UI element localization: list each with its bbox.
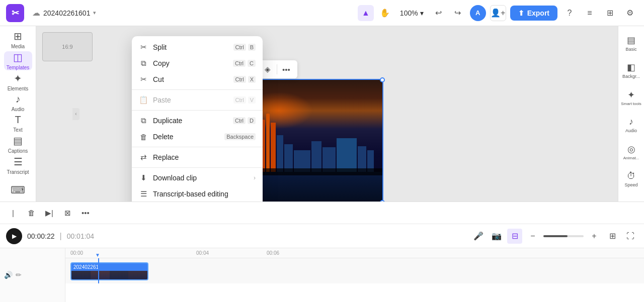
zoom-out-button[interactable]: −: [525, 229, 540, 244]
rs-item-label: Animat...: [623, 156, 639, 160]
menu-item-label: Download clip: [153, 174, 249, 182]
menu-item-duplicate[interactable]: ⧉ Duplicate CtrlD: [132, 113, 263, 129]
sidebar-item-templates[interactable]: ◫ Templates: [4, 51, 32, 70]
playhead[interactable]: [98, 258, 99, 283]
filter-button[interactable]: ◈: [261, 62, 275, 76]
delete-timeline-button[interactable]: 🗑: [24, 206, 38, 220]
resize-handle-tr[interactable]: [380, 77, 385, 82]
rs-item-basic[interactable]: ▤ Basic: [620, 30, 642, 56]
rs-item-audio[interactable]: ♪ Audio: [620, 112, 642, 138]
timeline: 🔊 ✏ 00:00 00:04 00:06 202402261: [0, 248, 644, 302]
audio-track-button[interactable]: ⊟: [507, 229, 522, 244]
transitions-button[interactable]: ▶|: [42, 206, 56, 220]
current-time: 00:00:22: [27, 232, 55, 240]
shortcut-split: CtrlB: [233, 44, 256, 51]
collapse-sidebar-button[interactable]: ‹: [72, 108, 79, 120]
rs-item-smart-tools[interactable]: ✦ Smart tools: [620, 84, 642, 111]
basic-icon: ▤: [627, 35, 635, 46]
camera-button[interactable]: 📷: [489, 229, 504, 244]
delete-icon: 🗑: [139, 132, 148, 141]
menu-item-download-clip[interactable]: ⬇ Download clip ›: [132, 170, 263, 186]
paste-icon: 📋: [139, 95, 148, 105]
canvas-area: 16:9 ⊡ ⧈ ⊠ ◈ •••: [36, 26, 618, 202]
sidebar-item-label: Audio: [12, 107, 25, 112]
zoom-slider[interactable]: [543, 235, 584, 237]
export-button[interactable]: ⬆ Export: [510, 6, 557, 21]
keyboard-button[interactable]: ⌨: [4, 177, 32, 202]
menu-divider: [132, 89, 263, 90]
sidebar-item-label: Templates: [7, 65, 30, 70]
help-button[interactable]: ?: [561, 5, 578, 21]
sidebar-item-elements[interactable]: ✦ Elements: [4, 72, 32, 91]
mic-button[interactable]: 🎤: [471, 229, 486, 244]
settings-button[interactable]: ⚙: [622, 5, 638, 21]
transcript-icon: ☰: [14, 156, 23, 168]
time-mark-4: 00:04: [196, 250, 209, 256]
timeline-ruler: 00:00 00:04 00:06: [65, 248, 644, 258]
menu-item-label: Transcript-based editing: [153, 190, 256, 198]
sidebar-item-media[interactable]: ⊞ Media: [4, 30, 32, 49]
rs-item-label: Audio: [625, 128, 637, 133]
shortcut-cut: CtrlX: [233, 76, 256, 83]
sidebar-item-captions[interactable]: ▤ Captions: [4, 135, 32, 154]
rs-item-speed[interactable]: ⏱ Speed: [620, 166, 642, 192]
resize-handle-br[interactable]: [380, 200, 385, 202]
menu-item-split[interactable]: ✂ Split CtrlB: [132, 39, 263, 55]
fullscreen-button[interactable]: ⛶: [623, 229, 638, 244]
menu-item-delete[interactable]: 🗑 Delete Backspace: [132, 129, 263, 145]
sidebar-item-label: Media: [11, 44, 25, 49]
menu-item-cut[interactable]: ✂ Cut CtrlX: [132, 71, 263, 87]
copy-icon: ⧉: [139, 59, 148, 68]
media-icon: ⊞: [14, 30, 22, 42]
playback-tools: 🎤 📷 ⊟ − + ⊞ ⛶: [471, 229, 638, 244]
menu-item-replace[interactable]: ⇄ Replace: [132, 149, 263, 165]
shortcut-duplicate: CtrlD: [233, 117, 256, 124]
menu-item-label: Paste: [153, 96, 228, 104]
more-options-button[interactable]: •••: [279, 62, 293, 76]
select-tool-button[interactable]: ▲: [358, 5, 374, 21]
left-sidebar: ⊞ Media ◫ Templates ✦ Elements ♪ Audio T…: [0, 26, 36, 202]
menu-divider: [132, 110, 263, 111]
more-timeline-button[interactable]: •••: [78, 206, 93, 220]
timeline-content: 00:00 00:04 00:06 202402261: [65, 248, 644, 302]
text-icon: T: [15, 114, 21, 126]
aspect-ratio-preview: 16:9: [42, 32, 93, 61]
timeline-labels: 🔊 ✏: [0, 248, 65, 302]
rs-item-background[interactable]: ◧ Backgr...: [620, 57, 642, 83]
brand-button[interactable]: ≡: [582, 5, 598, 21]
main-area: ⊞ Media ◫ Templates ✦ Elements ♪ Audio T…: [0, 26, 644, 202]
menu-item-label: Replace: [153, 153, 256, 161]
rs-item-animate[interactable]: ◎ Animat...: [620, 139, 642, 165]
video-clip[interactable]: 202402261: [70, 262, 148, 280]
rs-item-label: Speed: [624, 182, 637, 187]
sidebar-item-transcript[interactable]: ☰ Transcript: [4, 156, 32, 175]
sidebar-item-label: Captions: [8, 148, 28, 154]
menu-divider: [132, 167, 263, 168]
menu-divider: [132, 147, 263, 147]
context-menu: ✂ Split CtrlB ⧉ Copy CtrlC ✂ Cut CtrlX: [132, 36, 263, 202]
zoom-in-button[interactable]: +: [587, 229, 602, 244]
sidebar-item-audio[interactable]: ♪ Audio: [4, 93, 32, 112]
split-icon: ✂: [139, 43, 148, 52]
zoom-button[interactable]: 100% ▾: [396, 7, 428, 19]
edit-icon[interactable]: ✏: [16, 271, 22, 279]
split-timeline-button[interactable]: |: [6, 206, 20, 220]
smart-tools-icon: ✦: [627, 89, 635, 100]
undo-button[interactable]: ↩: [431, 5, 447, 21]
volume-icon[interactable]: 🔊: [4, 271, 13, 279]
crop-timeline-button[interactable]: ⊠: [60, 206, 74, 220]
file-menu[interactable]: ☁ 202402261601 ▾: [28, 6, 100, 20]
captions-icon: ▤: [13, 135, 23, 147]
animate-icon: ◎: [627, 144, 635, 155]
redo-button[interactable]: ↪: [450, 5, 466, 21]
layout-button[interactable]: ⊞: [602, 5, 618, 21]
sidebar-item-text[interactable]: T Text: [4, 114, 32, 133]
add-user-button[interactable]: 👤+: [490, 5, 506, 21]
play-button[interactable]: ▶: [6, 228, 22, 244]
avatar-button[interactable]: A: [470, 5, 486, 21]
fit-to-window-button[interactable]: ⊞: [605, 229, 620, 244]
menu-item-transcript-editing[interactable]: ☰ Transcript-based editing: [132, 186, 263, 202]
pan-tool-button[interactable]: ✋: [377, 5, 393, 21]
menu-item-copy[interactable]: ⧉ Copy CtrlC: [132, 55, 263, 71]
sidebar-item-label: Transcript: [7, 169, 29, 175]
